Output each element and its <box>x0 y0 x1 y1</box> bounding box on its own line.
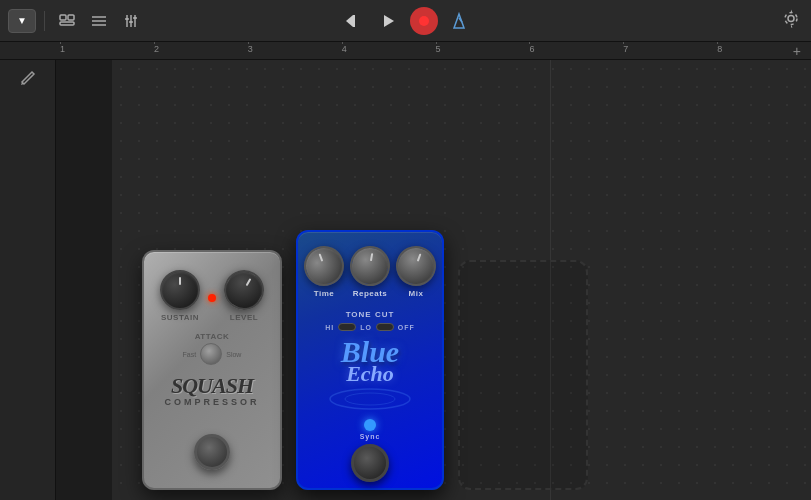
svg-point-20 <box>330 389 410 409</box>
slow-label: Slow <box>226 351 241 358</box>
svg-marker-16 <box>454 14 464 28</box>
rewind-button[interactable] <box>338 6 368 36</box>
led-indicator <box>208 294 216 302</box>
left-panel <box>0 60 56 500</box>
repeats-label: Repeats <box>353 289 388 298</box>
toolbar: ▼ <box>0 0 811 42</box>
transport-controls <box>338 6 474 36</box>
sync-label: Sync <box>360 433 381 440</box>
record-icon <box>418 15 430 27</box>
squash-name: SQUASH COMPRESSOR <box>164 373 259 407</box>
play-icon <box>381 13 397 29</box>
svg-rect-11 <box>133 17 137 19</box>
mix-knob[interactable] <box>390 240 441 291</box>
hi-label: HI <box>325 324 334 331</box>
ruler-mark-6: 6 <box>529 44 623 54</box>
main-area: SUSTAIN LEVEL ATTACK Fast <box>0 60 811 500</box>
attack-slider-row: Fast Slow <box>183 343 242 365</box>
echo-logo-text: Echo <box>320 363 420 385</box>
metronome-icon <box>450 12 468 30</box>
time-knob[interactable] <box>298 240 349 291</box>
ruler-mark-5: 5 <box>436 44 530 54</box>
rewind-icon <box>344 13 362 29</box>
pencil-tool-button[interactable] <box>20 70 36 89</box>
squash-name-line1: SQUASH <box>164 373 259 399</box>
svg-point-19 <box>785 12 797 24</box>
pedals-container: SUSTAIN LEVEL ATTACK Fast <box>142 230 588 490</box>
svg-rect-1 <box>68 15 74 20</box>
svg-point-21 <box>345 393 395 405</box>
echo-swirl-decoration <box>320 387 420 411</box>
off-label: OFF <box>398 324 415 331</box>
svg-marker-12 <box>346 15 353 27</box>
squash-knobs-row: SUSTAIN LEVEL <box>160 270 264 322</box>
ruler-mark-4: 4 <box>342 44 436 54</box>
ruler-mark-2: 2 <box>154 44 248 54</box>
repeats-knob[interactable] <box>347 243 393 289</box>
list-icon <box>90 14 108 28</box>
record-button[interactable] <box>410 7 438 35</box>
lo-label: LO <box>360 324 372 331</box>
tone-cut-section: TONE CUT <box>346 310 395 319</box>
pencil-icon <box>20 70 36 86</box>
sync-led <box>364 419 376 431</box>
squash-footswitch[interactable] <box>194 434 230 470</box>
ruler-mark-1: 1 <box>60 44 154 54</box>
tone-cut-label: TONE CUT <box>346 310 395 319</box>
add-track-button[interactable]: + <box>793 43 807 59</box>
blue-echo-footswitch[interactable] <box>351 444 389 482</box>
svg-rect-0 <box>60 15 66 20</box>
squash-name-line2: COMPRESSOR <box>164 397 259 407</box>
tone-cut-toggle[interactable] <box>338 323 356 331</box>
mix-knob-wrapper: Mix <box>396 246 436 298</box>
list-view-button[interactable] <box>85 9 113 33</box>
separator-1 <box>44 11 45 31</box>
svg-rect-13 <box>353 15 355 27</box>
sustain-label: SUSTAIN <box>161 313 199 322</box>
time-label: Time <box>314 289 335 298</box>
blue-echo-logo: Blue Echo <box>320 337 420 415</box>
ruler-mark-7: 7 <box>623 44 717 54</box>
svg-rect-10 <box>129 21 133 23</box>
settings-button[interactable] <box>781 8 801 33</box>
attack-label: ATTACK <box>195 332 230 341</box>
svg-rect-2 <box>60 22 74 25</box>
sync-section: Sync <box>360 419 381 440</box>
svg-point-18 <box>788 15 794 21</box>
ruler-mark-3: 3 <box>248 44 342 54</box>
sustain-knob[interactable] <box>160 270 200 310</box>
attack-knob[interactable] <box>200 343 222 365</box>
mixer-icon <box>122 14 140 28</box>
hi-lo-section: HI LO OFF <box>325 323 415 331</box>
hi-lo-toggle[interactable] <box>376 323 394 331</box>
arrange-view-button[interactable] <box>53 9 81 33</box>
empty-pedal-slot <box>458 260 588 490</box>
blue-echo-knobs-row: Time Repeats Mix <box>304 246 436 298</box>
time-knob-wrapper: Time <box>304 246 344 298</box>
pedalboard: SUSTAIN LEVEL ATTACK Fast <box>112 60 811 500</box>
mixer-button[interactable] <box>117 9 145 33</box>
svg-rect-9 <box>125 18 129 20</box>
fast-label: Fast <box>183 351 197 358</box>
level-label: LEVEL <box>230 313 258 322</box>
timeline-ruler: 1 2 3 4 5 6 7 8 + <box>0 42 811 60</box>
level-knob[interactable] <box>217 263 272 318</box>
mix-label: Mix <box>409 289 424 298</box>
svg-point-15 <box>419 16 429 26</box>
squash-compressor-pedal[interactable]: SUSTAIN LEVEL ATTACK Fast <box>142 250 282 490</box>
svg-marker-14 <box>384 15 394 27</box>
metronome-button[interactable] <box>444 6 474 36</box>
gear-icon <box>781 8 801 28</box>
sustain-knob-wrapper: SUSTAIN <box>160 270 200 322</box>
repeats-knob-wrapper: Repeats <box>350 246 390 298</box>
dropdown-button[interactable]: ▼ <box>8 9 36 33</box>
dropdown-arrow-icon: ▼ <box>17 15 27 26</box>
level-knob-wrapper: LEVEL <box>224 270 264 322</box>
arrange-icon <box>58 14 76 28</box>
play-button[interactable] <box>374 6 404 36</box>
blue-echo-pedal[interactable]: Time Repeats Mix TONE CUT <box>296 230 444 490</box>
attack-section: ATTACK Fast Slow <box>183 332 242 365</box>
